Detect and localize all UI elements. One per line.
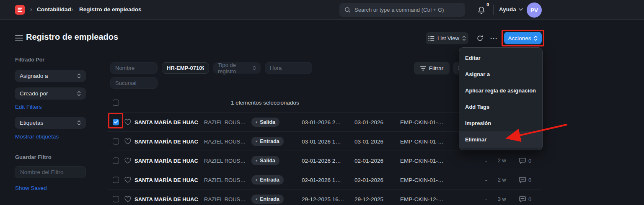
row-checkbox[interactable] <box>113 196 119 202</box>
hora-filter-input[interactable] <box>265 62 312 74</box>
breadcrumb-chevron-icon: › <box>71 6 73 13</box>
tags-select[interactable]: Etiquetas <box>15 117 86 129</box>
menu-item-aplicar-regla[interactable]: Aplicar regla de asignación <box>459 82 542 99</box>
created-by-select[interactable]: Creado por <box>15 87 86 100</box>
notifications-button[interactable]: 0 <box>476 4 489 16</box>
row-assignee-empty: - <box>485 177 487 183</box>
acciones-button[interactable]: Acciones <box>504 32 542 44</box>
filter-name-input[interactable] <box>15 166 86 178</box>
breadcrumb-contabilidad[interactable]: Contabilidad <box>37 6 71 13</box>
row-id: EMP-CKIN-01-… <box>400 157 444 164</box>
page-title: Registro de empleados <box>26 32 118 42</box>
show-saved-link[interactable]: Show Saved <box>15 185 47 191</box>
row-date: 03-01-2026 <box>354 119 383 125</box>
heart-icon[interactable] <box>124 119 131 125</box>
chevron-updown-icon <box>253 65 256 71</box>
select-all-checkbox[interactable] <box>113 100 119 106</box>
comment-count: 0 <box>528 157 531 164</box>
tags-label: Etiquetas <box>20 120 43 126</box>
tipo-registro-select[interactable]: Tipo de registro <box>213 62 261 74</box>
breadcrumb-chevron-icon: › <box>30 6 32 13</box>
sucursal-filter-input[interactable] <box>110 77 158 89</box>
row-name[interactable]: SANTA MARÍA DE HUAC <box>134 177 198 183</box>
navbar-divider <box>493 5 494 15</box>
row-datetime: 03-01-2026 2… <box>302 119 341 125</box>
sidebar-toggle-icon[interactable] <box>15 35 23 41</box>
chevron-updown-icon <box>77 120 81 126</box>
filtrar-button[interactable]: Filtrar <box>414 62 450 74</box>
row-checkbox[interactable] <box>113 119 119 125</box>
row-id: EMP-CKIN-01-… <box>400 138 444 144</box>
help-label: Ayuda <box>499 6 516 13</box>
row-checkbox[interactable] <box>113 177 119 183</box>
row-comments[interactable]: 0 <box>519 157 531 164</box>
search-placeholder: Search or type a command (Ctrl + G) <box>354 7 444 13</box>
employee-filter-input[interactable] <box>162 62 209 74</box>
heart-icon[interactable] <box>124 157 131 164</box>
row-name[interactable]: SANTA MARÍA DE HUAC <box>134 119 198 125</box>
chevron-updown-icon <box>462 36 466 41</box>
list-view-selector[interactable]: List View <box>426 32 468 44</box>
more-options-button[interactable]: ··· <box>487 32 501 44</box>
menu-item-eliminar[interactable]: Eliminar <box>459 131 542 148</box>
assigned-to-label: Asignado a <box>20 73 48 79</box>
row-datetime: 29-12-2025 16… <box>302 196 344 202</box>
help-menu[interactable]: Ayuda <box>499 6 523 13</box>
row-name[interactable]: SANTA MARÍA DE HUAC <box>134 196 198 202</box>
row-id: EMP-CKIN-01-… <box>400 119 444 125</box>
menu-item-asignar-a[interactable]: Asignar a <box>459 66 542 82</box>
search-icon <box>344 7 351 13</box>
bell-icon <box>477 6 486 15</box>
row-employee: RAZIEL ROUS… <box>204 157 246 164</box>
comment-count: 0 <box>528 177 531 183</box>
heart-icon[interactable] <box>124 196 131 202</box>
breadcrumb-registro[interactable]: Registro de empleados <box>79 6 142 13</box>
chevron-updown-icon <box>77 73 81 79</box>
assigned-to-select[interactable]: Asignado a <box>15 70 86 82</box>
heart-icon[interactable] <box>124 177 131 183</box>
status-badge: Entrada <box>251 195 284 204</box>
list-view-label: List View <box>437 35 459 41</box>
comment-icon <box>519 196 526 202</box>
heart-icon[interactable] <box>124 138 131 144</box>
chevron-updown-icon <box>77 91 81 96</box>
filter-icon <box>420 66 426 71</box>
row-comments[interactable]: 0 <box>519 196 531 202</box>
menu-item-impresion[interactable]: Impresión <box>459 115 542 131</box>
status-badge: Entrada <box>251 175 284 184</box>
notification-count-badge: 0 <box>486 2 489 7</box>
selection-count-text: 1 elementos seleccionados <box>231 100 299 106</box>
row-checkbox[interactable] <box>113 138 119 144</box>
show-tags-link[interactable]: Mostrar etiquetas <box>15 133 59 140</box>
table-row[interactable]: SANTA MARÍA DE HUAC RAZIEL ROUS… Salida … <box>107 151 541 170</box>
row-checkbox[interactable] <box>113 157 119 164</box>
erpnext-logo[interactable] <box>15 5 25 15</box>
chevron-updown-icon <box>534 36 538 41</box>
row-name[interactable]: SANTA MARÍA DE HUAC <box>134 157 198 164</box>
row-employee: RAZIEL ROUS… <box>204 138 246 144</box>
nombre-filter-input[interactable] <box>110 62 158 74</box>
refresh-button[interactable] <box>473 32 487 44</box>
edit-filters-link[interactable]: Edit Filters <box>15 104 42 110</box>
menu-item-add-tags[interactable]: Add Tags <box>459 99 542 115</box>
check-icon <box>114 120 118 124</box>
row-date: 03-01-2026 <box>354 138 383 144</box>
comment-icon <box>519 177 526 183</box>
row-name[interactable]: SANTA MARÍA DE HUAC <box>134 138 198 144</box>
acciones-label: Acciones <box>508 35 531 41</box>
menu-item-editar[interactable]: Editar <box>459 50 542 66</box>
status-badge: Salida <box>251 156 279 165</box>
refresh-icon <box>476 35 484 42</box>
row-id: EMP-CKIN-01-… <box>400 177 444 183</box>
comment-count: 0 <box>528 196 531 202</box>
filtered-by-label: Filtrado Por <box>15 57 44 63</box>
row-modified-age: 3 w <box>498 196 506 202</box>
avatar[interactable]: PV <box>527 3 542 18</box>
table-row[interactable]: SANTA MARÍA DE HUAC RAZIEL ROUS… Entrada… <box>107 189 541 205</box>
save-filter-label: Guardar Filtro <box>15 154 52 160</box>
search-input[interactable]: Search or type a command (Ctrl + G) <box>339 3 465 17</box>
row-comments[interactable]: 0 <box>519 177 531 183</box>
row-date: 02-01-2026 <box>354 177 383 183</box>
row-datetime: 03-01-2026 1… <box>302 138 341 144</box>
table-row[interactable]: SANTA MARÍA DE HUAC RAZIEL ROUS… Entrada… <box>107 170 541 189</box>
